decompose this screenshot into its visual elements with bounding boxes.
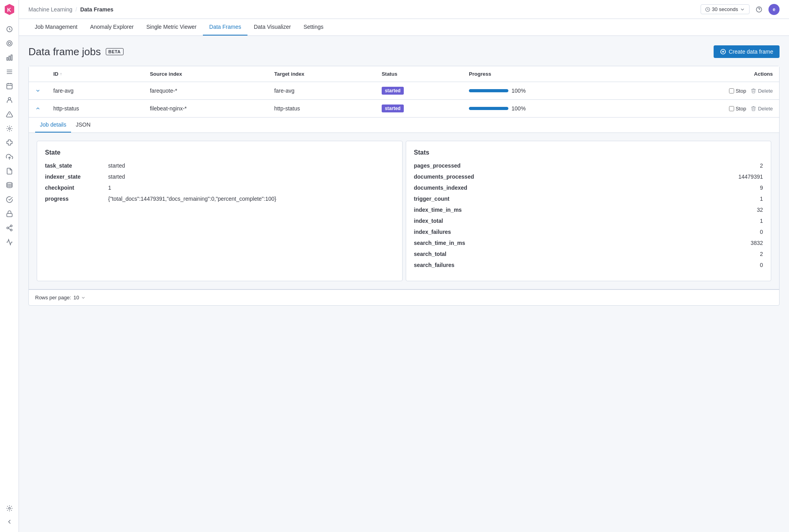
- detail-tab-json[interactable]: JSON: [71, 118, 95, 133]
- task-state-value: started: [108, 162, 394, 169]
- svg-rect-21: [7, 213, 12, 217]
- tab-data-frames[interactable]: Data Frames: [203, 19, 247, 35]
- svg-point-27: [8, 508, 10, 510]
- page-header: Data frame jobs BETA Create data frame: [28, 45, 780, 58]
- settings-small-icon[interactable]: [3, 122, 16, 135]
- tab-data-visualizer[interactable]: Data Visualizer: [247, 19, 297, 35]
- row-status: started: [375, 82, 463, 100]
- detail-content: State task_state started indexer_state s…: [29, 133, 779, 289]
- stop-checkbox[interactable]: Stop: [729, 88, 746, 94]
- stats-title: Stats: [414, 149, 763, 156]
- search-total-label: search_total: [414, 251, 446, 257]
- sort-asc-icon: ↑: [60, 72, 62, 76]
- index-failures-label: index_failures: [414, 229, 451, 235]
- stats-row-index-time: index_time_in_ms 32: [414, 207, 763, 213]
- stop-checkbox[interactable]: Stop: [729, 106, 746, 112]
- detail-row-progress: progress {"total_docs":14479391,"docs_re…: [45, 196, 394, 202]
- heart-monitor-icon[interactable]: [3, 236, 16, 248]
- svg-point-20: [7, 183, 12, 185]
- search-time-value: 3832: [751, 240, 763, 246]
- row-actions: Stop Delete: [637, 82, 779, 100]
- search-failures-label: search_failures: [414, 262, 455, 268]
- tab-anomaly-explorer[interactable]: Anomaly Explorer: [84, 19, 140, 35]
- target-icon[interactable]: [3, 37, 16, 50]
- stack-icon[interactable]: [3, 179, 16, 192]
- svg-line-25: [8, 228, 10, 230]
- page-content: Data frame jobs BETA Create data frame I…: [19, 36, 789, 532]
- collapse-icon[interactable]: [3, 515, 16, 528]
- delete-button[interactable]: Delete: [751, 106, 773, 112]
- stats-panel: Stats pages_processed 2 documents_proces…: [406, 141, 772, 281]
- search-time-label: search_time_in_ms: [414, 240, 465, 246]
- pages-processed-label: pages_processed: [414, 162, 461, 169]
- row-source-index: farequote-*: [144, 82, 268, 100]
- svg-rect-11: [7, 84, 12, 89]
- user-icon[interactable]: [3, 94, 16, 106]
- rows-per-page-select[interactable]: 10: [73, 295, 85, 301]
- breadcrumb: Machine Learning / Data Frames: [28, 6, 113, 13]
- documents-indexed-label: documents_indexed: [414, 185, 467, 191]
- index-time-value: 32: [757, 207, 763, 213]
- state-title: State: [45, 149, 394, 156]
- row-source-index: filebeat-nginx-*: [144, 100, 268, 118]
- check-circle-icon[interactable]: [3, 193, 16, 206]
- stats-row-search-time: search_time_in_ms 3832: [414, 240, 763, 246]
- expand-row-toggle[interactable]: [35, 106, 41, 111]
- rows-per-page-label: Rows per page:: [35, 295, 71, 301]
- user-avatar[interactable]: e: [768, 4, 780, 15]
- tab-single-metric-viewer[interactable]: Single Metric Viewer: [140, 19, 203, 35]
- puzzle-icon[interactable]: [3, 136, 16, 149]
- alert-icon[interactable]: [3, 108, 16, 121]
- svg-line-26: [8, 226, 10, 228]
- flow-icon[interactable]: [3, 222, 16, 234]
- clock-icon[interactable]: [3, 23, 16, 35]
- stats-row-index-total: index_total 1: [414, 218, 763, 224]
- detail-tab-job-details[interactable]: Job details: [35, 118, 71, 133]
- task-state-label: task_state: [45, 162, 108, 169]
- table-header-row: ID ↑ Source index Target index Status Pr…: [29, 66, 779, 82]
- tab-settings[interactable]: Settings: [297, 19, 330, 35]
- chevron-down-icon: [81, 295, 86, 300]
- help-icon[interactable]: [753, 3, 765, 16]
- delete-button[interactable]: Delete: [751, 88, 773, 94]
- gear-icon[interactable]: [3, 502, 16, 515]
- refresh-label: 30 seconds: [712, 6, 738, 12]
- list-icon[interactable]: [3, 65, 16, 78]
- create-data-frame-button[interactable]: Create data frame: [714, 45, 780, 58]
- refresh-control[interactable]: 30 seconds: [701, 4, 750, 14]
- svg-rect-6: [9, 56, 10, 60]
- upload-icon[interactable]: [3, 151, 16, 163]
- stop-checkbox-input[interactable]: [729, 88, 734, 93]
- chevron-down-icon: [740, 7, 745, 12]
- app-logo[interactable]: K: [3, 3, 16, 16]
- svg-point-15: [8, 97, 11, 100]
- data-table: ID ↑ Source index Target index Status Pr…: [29, 66, 779, 289]
- stats-row-trigger-count: trigger_count 1: [414, 196, 763, 202]
- calendar-icon[interactable]: [3, 80, 16, 92]
- svg-text:K: K: [7, 7, 11, 13]
- documents-processed-label: documents_processed: [414, 174, 474, 180]
- table-row: http-status filebeat-nginx-* http-status…: [29, 100, 779, 118]
- lock-icon[interactable]: [3, 207, 16, 220]
- table-row: fare-avg farequote-* fare-avg started 1: [29, 82, 779, 100]
- progress-label: progress: [45, 196, 108, 202]
- row-status: started: [375, 100, 463, 118]
- tab-job-management[interactable]: Job Management: [28, 19, 84, 35]
- trigger-count-label: trigger_count: [414, 196, 450, 202]
- stop-checkbox-input[interactable]: [729, 106, 734, 111]
- document-icon[interactable]: [3, 165, 16, 177]
- rows-per-page-value: 10: [73, 295, 79, 301]
- stats-row-pages-processed: pages_processed 2: [414, 162, 763, 169]
- chart-bar-icon[interactable]: [3, 51, 16, 64]
- documents-processed-value: 14479391: [738, 174, 763, 180]
- search-total-value: 2: [760, 251, 763, 257]
- expand-row-toggle[interactable]: [35, 88, 41, 93]
- page-title: Data frame jobs: [28, 46, 101, 58]
- index-total-value: 1: [760, 218, 763, 224]
- col-id[interactable]: ID ↑: [47, 66, 144, 82]
- stats-row-search-failures: search_failures 0: [414, 262, 763, 268]
- stats-row-documents-processed: documents_processed 14479391: [414, 174, 763, 180]
- chevron-up-icon: [35, 106, 41, 111]
- breadcrumb-separator: /: [75, 6, 77, 13]
- main-content: Machine Learning / Data Frames 30 second…: [19, 0, 789, 532]
